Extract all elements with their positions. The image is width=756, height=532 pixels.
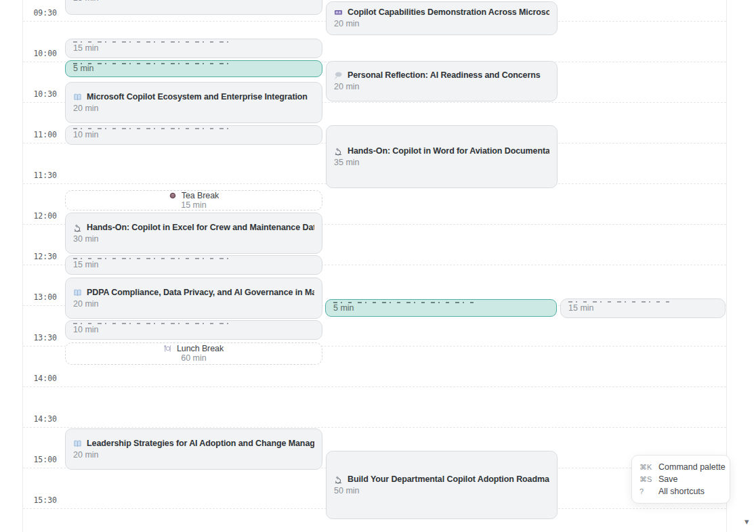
event-duration: 20 min bbox=[73, 298, 314, 310]
event-title: Hands-On: Copilot in Excel for Crew and … bbox=[87, 222, 314, 234]
event-duration: 15 min bbox=[568, 303, 717, 314]
clipped-event-title bbox=[73, 128, 234, 130]
event-duration: 20 min bbox=[73, 449, 314, 461]
time-label: 10:00 bbox=[23, 48, 57, 59]
menu-item-label: Command palette bbox=[658, 461, 726, 473]
menu-item-label: Save bbox=[658, 473, 678, 485]
event-duration: 20 min bbox=[73, 103, 314, 114]
event-card[interactable]: Leadership Strategies for AI Adoption an… bbox=[65, 428, 322, 470]
clipped-event-title bbox=[73, 41, 234, 43]
event-card[interactable]: 15 min bbox=[65, 39, 322, 58]
event-card[interactable]: 15 min bbox=[65, 255, 322, 275]
event-card[interactable]: 25 min bbox=[65, 0, 322, 15]
event-duration: 25 min bbox=[73, 0, 314, 4]
event-duration: 20 min bbox=[334, 18, 549, 30]
event-duration: 30 min bbox=[73, 234, 314, 245]
time-label: 14:00 bbox=[23, 373, 57, 384]
open-book-icon bbox=[73, 288, 82, 297]
menu-item-command-palette[interactable]: ⌘K Command palette bbox=[639, 461, 722, 473]
event-duration: 20 min bbox=[334, 81, 549, 93]
event-title: Leadership Strategies for AI Adoption an… bbox=[87, 438, 314, 449]
time-label: 13:00 bbox=[23, 292, 57, 303]
menu-item-all-shortcuts[interactable]: ? All shortcuts bbox=[639, 485, 722, 497]
event-duration: 15 min bbox=[73, 43, 314, 54]
event-duration: 10 min bbox=[73, 129, 314, 141]
clipped-event-title bbox=[333, 302, 478, 304]
open-book-icon bbox=[73, 439, 82, 448]
event-card[interactable]: Personal Reflection: AI Readiness and Co… bbox=[326, 61, 558, 102]
menu-item-label: All shortcuts bbox=[658, 485, 705, 497]
event-title: Tea Break bbox=[182, 191, 219, 200]
clipped-event-title bbox=[73, 323, 234, 325]
timeline-left-border bbox=[22, 0, 23, 532]
gridline bbox=[23, 386, 726, 387]
event-card[interactable]: PDPA Compliance, Data Privacy, and AI Go… bbox=[65, 278, 322, 319]
gridline bbox=[23, 427, 726, 428]
event-card[interactable]: 10 min bbox=[65, 125, 322, 145]
save-keys: ⌘S bbox=[639, 473, 652, 485]
clipped-event-title bbox=[73, 258, 234, 260]
all-shortcuts-keys: ? bbox=[639, 485, 652, 497]
event-title: Microsoft Copilot Ecosystem and Enterpri… bbox=[87, 91, 308, 103]
projector-icon bbox=[334, 8, 343, 17]
time-label: 15:30 bbox=[23, 495, 57, 506]
scroll-down-indicator[interactable]: ▾ bbox=[744, 517, 749, 527]
menu-item-save[interactable]: ⌘S Save bbox=[639, 473, 722, 485]
calendar-day-view: 09:30 10:00 10:30 11:00 11:30 12:00 12:3… bbox=[0, 0, 756, 532]
event-card[interactable]: 10 min bbox=[65, 320, 322, 340]
time-label: 12:00 bbox=[23, 210, 57, 221]
time-label: 11:30 bbox=[23, 170, 57, 181]
event-title: Hands-On: Copilot in Word for Aviation D… bbox=[348, 146, 549, 157]
shortcut-hint-menu: ⌘K Command palette ⌘S Save ? All shortcu… bbox=[631, 455, 730, 504]
event-card[interactable]: Copilot Capabilities Demonstration Acros… bbox=[326, 1, 558, 35]
time-label: 13:30 bbox=[23, 332, 57, 343]
event-title: Build Your Departmental Copilot Adoption… bbox=[348, 474, 549, 485]
clipped-event-title bbox=[73, 63, 234, 65]
event-duration: 15 min bbox=[73, 259, 314, 271]
event-card-highlighted[interactable]: 5 min bbox=[65, 60, 322, 77]
event-title: PDPA Compliance, Data Privacy, and AI Go… bbox=[87, 287, 314, 298]
event-card[interactable]: Build Your Departmental Copilot Adoption… bbox=[326, 451, 558, 519]
event-card-highlighted[interactable]: 5 min bbox=[325, 299, 557, 317]
timeline-right-border bbox=[726, 0, 727, 532]
command-palette-keys: ⌘K bbox=[639, 461, 652, 473]
event-title: Personal Reflection: AI Readiness and Co… bbox=[348, 70, 541, 81]
clipped-event-title bbox=[568, 301, 669, 303]
microscope-icon bbox=[334, 475, 343, 484]
fork-knife-icon bbox=[164, 345, 172, 353]
event-title: Copilot Capabilities Demonstration Acros… bbox=[348, 7, 549, 18]
event-card[interactable]: Hands-On: Copilot in Word for Aviation D… bbox=[326, 125, 558, 188]
time-label: 10:30 bbox=[23, 89, 57, 99]
event-duration: 5 min bbox=[333, 303, 549, 314]
open-book-icon bbox=[73, 93, 82, 102]
event-card[interactable]: 15 min bbox=[560, 298, 726, 318]
event-title: Lunch Break bbox=[177, 344, 224, 353]
thought-balloon-icon bbox=[334, 71, 343, 80]
time-label: 14:30 bbox=[23, 414, 57, 424]
microscope-icon bbox=[73, 223, 82, 232]
time-label: 12:30 bbox=[23, 251, 57, 262]
event-card[interactable]: Hands-On: Copilot in Excel for Crew and … bbox=[65, 213, 322, 254]
event-duration: 5 min bbox=[73, 63, 314, 74]
event-card[interactable]: Microsoft Copilot Ecosystem and Enterpri… bbox=[65, 82, 322, 123]
event-duration: 60 min bbox=[181, 353, 207, 363]
event-duration: 35 min bbox=[334, 157, 549, 169]
break-card[interactable]: Tea Break 15 min bbox=[65, 190, 322, 210]
teacup-icon bbox=[169, 192, 177, 200]
event-duration: 15 min bbox=[181, 200, 207, 210]
time-label: 11:00 bbox=[23, 129, 57, 140]
time-label: 09:30 bbox=[23, 7, 57, 18]
microscope-icon bbox=[334, 147, 343, 156]
event-duration: 10 min bbox=[73, 324, 314, 336]
event-duration: 50 min bbox=[334, 485, 549, 497]
time-label: 15:00 bbox=[23, 454, 57, 465]
break-card[interactable]: Lunch Break 60 min bbox=[65, 342, 322, 365]
